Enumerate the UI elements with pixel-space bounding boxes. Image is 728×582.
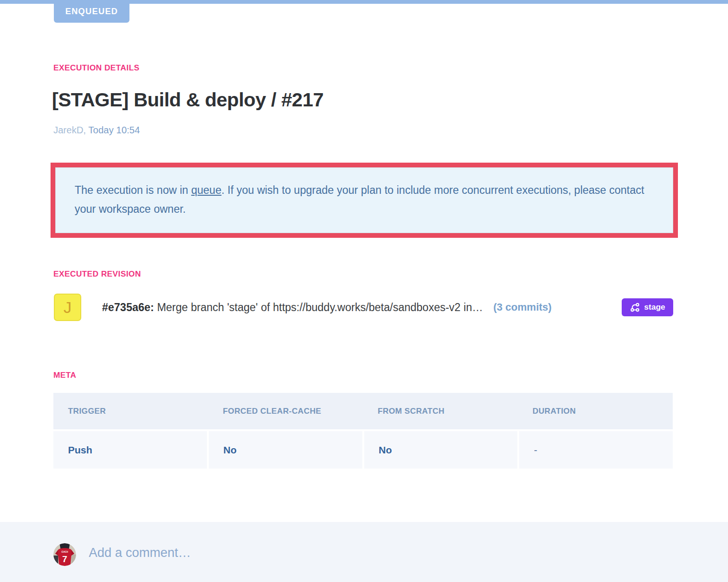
branch-button[interactable]: stage	[622, 298, 673, 316]
meta-heading: META	[53, 371, 77, 380]
meta-table-header: TRIGGER FORCED CLEAR-CACHE FROM SCRATCH …	[53, 393, 673, 429]
meta-table: TRIGGER FORCED CLEAR-CACHE FROM SCRATCH …	[53, 393, 673, 469]
meta-table-row: Push No No -	[53, 431, 673, 469]
annotation-highlight-box: The execution is now in queue. If you wi…	[51, 163, 678, 238]
column-header-from-scratch: FROM SCRATCH	[363, 393, 518, 429]
execution-timestamp: Today 10:54	[86, 125, 140, 135]
column-header-duration: DURATION	[518, 393, 673, 429]
cell-trigger-value: Push	[53, 431, 207, 469]
revision-row: J #e735a6e: Merge branch 'stage' of http…	[54, 294, 673, 321]
commits-count-link[interactable]: (3 commits)	[493, 301, 551, 313]
branch-icon	[630, 302, 644, 313]
branch-button-label: stage	[644, 303, 665, 312]
page-title: [STAGE] Build & deploy / #217	[52, 89, 324, 111]
column-header-trigger: TRIGGER	[53, 393, 208, 429]
cell-duration-value: -	[519, 431, 673, 469]
byline: JarekD, Today 10:54	[53, 125, 140, 136]
add-comment-input[interactable]: Add a comment…	[89, 546, 191, 560]
cell-from-scratch-value: No	[364, 431, 518, 469]
execution-details-heading: EXECUTION DETAILS	[53, 63, 139, 73]
executed-revision-heading: EXECUTED REVISION	[53, 269, 141, 279]
comment-bar: CIACH 7 Add a comment…	[0, 522, 728, 582]
commit-hash: #e735a6e:	[102, 301, 154, 313]
column-header-forced-clear-cache: FORCED CLEAR-CACHE	[208, 393, 363, 429]
user-avatar: CIACH 7	[53, 543, 76, 566]
commit-message-text: Merge branch 'stage' of https://buddy.wo…	[154, 301, 483, 313]
status-badge: ENQUEUED	[54, 0, 129, 23]
svg-text:7: 7	[62, 554, 68, 564]
svg-text:CIACH: CIACH	[61, 551, 68, 553]
commit-message: #e735a6e: Merge branch 'stage' of https:…	[102, 301, 483, 314]
notice-text-before: The execution is now in	[75, 184, 191, 196]
commit-author-avatar: J	[54, 294, 81, 321]
queue-link[interactable]: queue	[191, 184, 222, 196]
queue-notice: The execution is now in queue. If you wi…	[55, 167, 673, 233]
author-name[interactable]: JarekD,	[53, 125, 86, 135]
cell-forced-clear-cache-value: No	[209, 431, 362, 469]
